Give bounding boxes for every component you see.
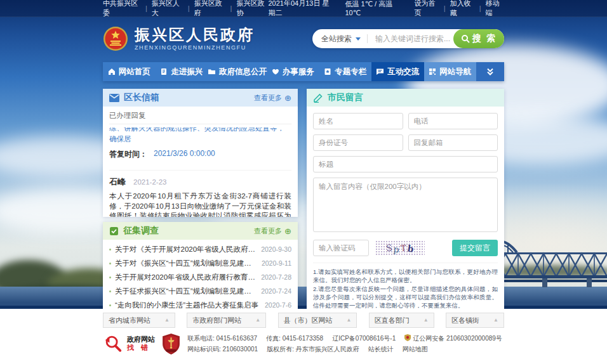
- topbar-link-district-gov[interactable]: 振兴区政府: [194, 0, 226, 18]
- national-emblem-icon: [103, 26, 128, 51]
- select-label: 区直各部门: [375, 316, 410, 325]
- select-district-departments[interactable]: 区直各部门▲: [369, 313, 434, 328]
- topbar-link-cppcc[interactable]: 振兴区政协: [236, 0, 268, 18]
- captcha-row: S p T b 提交留言: [313, 240, 498, 256]
- divider: [367, 34, 368, 43]
- nav-item-sitemap[interactable]: 网站导航: [424, 62, 477, 81]
- survey-list-item[interactable]: 关于征求振兴区“十四五”规划编制意见建议的公告 2020-7-24: [109, 284, 291, 298]
- site-header: 振兴区人民政府 ZHENXINGQURENMINZHENGFU 全站搜索 搜 索: [103, 16, 504, 61]
- survey-item-date: 2020-7-28: [261, 273, 291, 281]
- survey-list-item[interactable]: 关于对《振兴区“十四五”规划编制意见建议的公告》公开征... 2020-9-11: [109, 256, 291, 270]
- friendly-links-row: 省内城市网站▲ 市政府部门网站▲ 县（市）区网站▲ 区直各部门▲ 区各镇街▲: [103, 313, 504, 328]
- bullet-dot: [109, 249, 111, 250]
- mailbox-more-link[interactable]: 查看更多 ⊕: [254, 93, 291, 103]
- triangle-up-icon: ▲: [424, 318, 429, 323]
- set-homepage-link[interactable]: 设为首页: [415, 0, 439, 18]
- search-scope-label: 全站搜索: [321, 34, 352, 44]
- reply-email-field[interactable]: [408, 134, 498, 151]
- subject-field[interactable]: [313, 156, 498, 172]
- main-nav: 网站首页 走进振兴 政府信息公开 办事服务 专题专栏 互动交流 网站导航: [103, 62, 504, 81]
- letter-item[interactable]: 石峰 2021-2-23 本人于2020年10月租下丹东万达金街32-7商铺进行…: [109, 170, 291, 217]
- footer-info: 联系电话: 0415-6163637 传真: 0415-6173358 辽ICP…: [187, 333, 511, 354]
- sitemap-link[interactable]: 网站地图: [403, 344, 428, 354]
- bullet-dot: [109, 263, 111, 264]
- id-number-field[interactable]: [313, 134, 403, 151]
- police-record-text: 辽公网安备 21060302000089号: [413, 335, 502, 342]
- select-county-district-sites[interactable]: 县（市）区网站▲: [278, 313, 357, 328]
- separator: |: [444, 4, 446, 12]
- error-logo-line1: 政府网站: [127, 335, 155, 344]
- message-form-body: S p T b 提交留言 1.请如实填写姓名和联系方式，以便相关部门与您联系，更…: [307, 107, 504, 334]
- site-subtitle: ZHENXINGQURENMINZHENGFU: [135, 44, 255, 51]
- message-form-title: 市民留言: [328, 92, 363, 103]
- select-label: 省内城市网站: [109, 316, 150, 325]
- search-scope-dropdown[interactable]: 全站搜索: [321, 34, 361, 44]
- survey-more-link[interactable]: 查看更多 ⊕: [254, 226, 291, 236]
- nav-item-info-disclosure[interactable]: 政府信息公开: [208, 62, 267, 81]
- nav-item-home[interactable]: 网站首页: [103, 62, 156, 81]
- contact-phone: 联系电话: 0415-6163637: [187, 333, 257, 344]
- name-field[interactable]: [313, 113, 403, 129]
- select-label: 市政府部门网站: [192, 316, 241, 325]
- police-record: 辽公网安备 21060302000089号: [404, 333, 502, 344]
- message-content-field[interactable]: [313, 178, 498, 232]
- nav-item-about[interactable]: 走进振兴: [156, 62, 208, 81]
- search-button-label: 搜 索: [472, 33, 497, 44]
- survey-list-item[interactable]: 关于对《关于开展对2020年省级人民政府履行教育职责情况满... 2020-9-…: [109, 242, 291, 256]
- icp-license: 辽ICP备07008616号-1: [332, 333, 396, 344]
- nav-more-button[interactable]: [476, 62, 504, 81]
- nav-item-label: 走进振兴: [171, 67, 203, 77]
- left-column: 区长信箱 查看更多 ⊕ 已办理回复 练、讲解灭火器的规范操作、突发情况的应急处置…: [103, 89, 298, 311]
- select-label: 县（市）区网站: [284, 316, 333, 325]
- chevron-down-icon: [356, 37, 361, 41]
- triangle-up-icon: ▲: [255, 318, 260, 323]
- gov-site-error-report-logo[interactable]: 政府网站 找 错: [103, 334, 155, 353]
- submit-message-button[interactable]: 提交留言: [452, 240, 498, 256]
- survey-item-text: 关于对《振兴区“十四五”规划编制意见建议的公告》公开征...: [115, 259, 257, 268]
- mobile-site-link[interactable]: 移动端: [486, 0, 504, 18]
- citizen-message-card: 市民留言: [307, 89, 504, 334]
- survey-list-item[interactable]: 关于开展对2020年省级人民政府履行教育职责情况满意度调查... 2020-7-…: [109, 270, 291, 284]
- reply-excerpt: 练、讲解灭火器的规范操作、突发情况的应急处置等，确保居 在院老人提供一个安宁、祥…: [109, 127, 291, 145]
- nav-item-services[interactable]: 办事服务: [267, 62, 319, 81]
- nav-item-label: 政府信息公开: [219, 67, 267, 77]
- date-display: 2021年04月13日 星期二: [268, 0, 335, 18]
- select-city-gov-departments[interactable]: 市政府部门网站▲: [187, 313, 266, 328]
- triangle-up-icon: ▲: [164, 318, 170, 323]
- site-logo[interactable]: 振兴区人民政府 ZHENXINGQURENMINZHENGFU: [103, 26, 255, 51]
- survey-title: 征集调查: [123, 225, 159, 237]
- search-button[interactable]: 搜 索: [453, 29, 504, 48]
- topbar-link-party-committee[interactable]: 中共振兴区委: [103, 0, 141, 18]
- mayor-mailbox-card: 区长信箱 查看更多 ⊕ 已办理回复 练、讲解灭火器的规范操作、突发情况的应急处置…: [103, 89, 298, 217]
- nav-item-special-topics[interactable]: 专题专栏: [319, 62, 372, 81]
- captcha-char: S: [385, 242, 393, 253]
- nav-item-interaction[interactable]: 互动交流: [371, 62, 424, 81]
- select-district-towns[interactable]: 区各镇街▲: [446, 313, 504, 328]
- mailbox-tab-replied[interactable]: 已办理回复: [109, 107, 291, 124]
- topbar-link-peoples-congress[interactable]: 振兴区人大: [152, 0, 183, 18]
- document-icon: [160, 68, 168, 75]
- fax-number: 传真: 0415-6173358: [266, 333, 323, 344]
- party-gov-agency-emblem[interactable]: [163, 334, 180, 354]
- reply-time-value: 2021/3/26 0:00:00: [154, 149, 215, 160]
- reply-time-row: 答复时间： 2021/3/26 0:00:00: [109, 145, 291, 164]
- topbar: 中共振兴区委| 振兴区人大| 振兴区政府| 振兴区政协 2021年04月13日 …: [0, 0, 607, 17]
- envelope-icon: [109, 94, 119, 102]
- webmaster-stats-link[interactable]: 站长统计: [368, 344, 394, 354]
- captcha-char: b: [406, 243, 414, 254]
- survey-item-date: 2020-9-30: [261, 245, 291, 253]
- nav-item-label: 网站导航: [439, 67, 471, 77]
- captcha-image[interactable]: S p T b: [375, 240, 425, 256]
- select-province-city-sites[interactable]: 省内城市网站▲: [103, 313, 175, 328]
- survey-card: 征集调查 查看更多 ⊕ 关于对《关于开展对2020年省级人民政府履行教育职责情况…: [103, 222, 298, 311]
- site-search: 全站搜索 搜 索: [312, 29, 504, 48]
- reply-time-label: 答复时间：: [109, 149, 147, 160]
- add-favorite-link[interactable]: 加入收藏: [450, 0, 475, 18]
- copyright-text: 版权所有: 丹东市振兴区人民政府: [267, 344, 359, 354]
- captcha-input[interactable]: [313, 240, 369, 256]
- separator: |: [479, 4, 481, 12]
- main-content: 区长信箱 查看更多 ⊕ 已办理回复 练、讲解灭火器的规范操作、突发情况的应急处置…: [103, 89, 504, 334]
- police-badge-icon: [404, 334, 411, 341]
- phone-field[interactable]: [408, 113, 498, 129]
- grid-icon: [429, 68, 436, 75]
